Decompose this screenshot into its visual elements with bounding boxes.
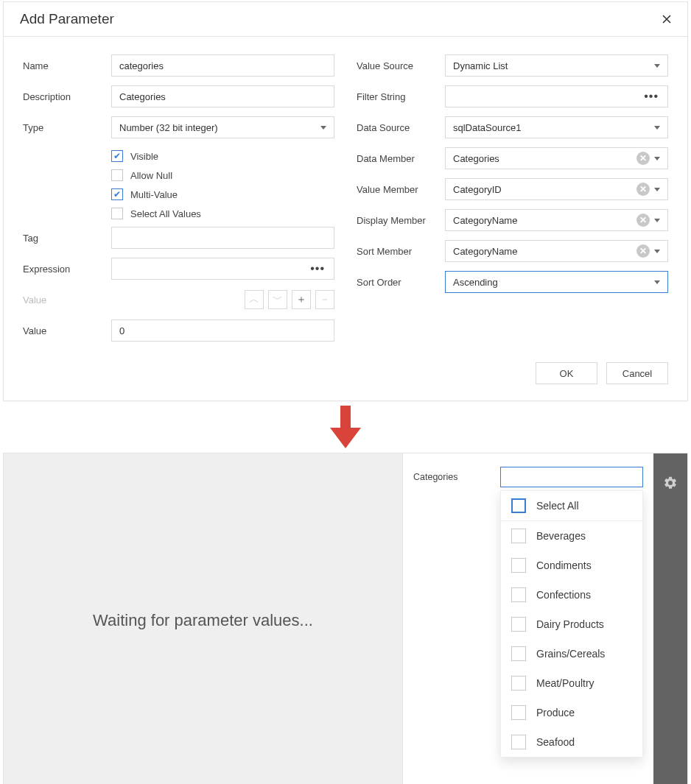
checkbox-icon xyxy=(111,150,123,162)
category-option[interactable]: Dairy Products xyxy=(501,610,642,639)
categories-dropdown: Select All Beverages Condiments Confecti… xyxy=(500,490,643,757)
categories-param-label: Categories xyxy=(413,467,490,482)
gear-icon[interactable] xyxy=(663,476,678,493)
category-option[interactable]: Meat/Poultry xyxy=(501,668,642,698)
filter-string-label: Filter String xyxy=(357,91,445,102)
data-member-select[interactable]: Categories ✕ xyxy=(445,147,668,169)
ok-button[interactable]: OK xyxy=(536,362,597,384)
category-option[interactable]: Condiments xyxy=(501,551,642,580)
select-all-values-checkbox-row[interactable]: Select All Values xyxy=(111,208,334,219)
value-source-label: Value Source xyxy=(357,60,445,71)
value-member-select[interactable]: CategoryID ✕ xyxy=(445,178,668,200)
checkbox-icon xyxy=(111,188,123,200)
data-source-label: Data Source xyxy=(357,122,445,133)
chevron-down-icon xyxy=(654,188,660,191)
clear-icon[interactable]: ✕ xyxy=(636,152,650,165)
display-member-select[interactable]: CategoryName ✕ xyxy=(445,209,668,231)
expression-label: Expression xyxy=(23,264,111,275)
ellipsis-icon[interactable]: ••• xyxy=(310,262,326,275)
description-input[interactable]: Categories xyxy=(111,85,334,107)
display-member-label: Display Member xyxy=(357,215,445,226)
checkbox-icon xyxy=(511,705,526,720)
chevron-down-icon xyxy=(654,250,660,253)
visible-checkbox-row[interactable]: Visible xyxy=(111,150,334,162)
preview-message: Waiting for parameter values... xyxy=(93,611,313,630)
checkbox-icon xyxy=(511,646,526,661)
chevron-down-icon xyxy=(320,126,326,130)
preview-area: Waiting for parameter values... xyxy=(4,453,403,784)
viewer-toolbar xyxy=(653,453,687,784)
right-column: Value Source Dynamic List Filter String … xyxy=(357,54,668,350)
checkbox-icon xyxy=(511,676,526,691)
sort-member-label: Sort Member xyxy=(357,246,445,257)
report-viewer: Waiting for parameter values... Categori… xyxy=(3,453,688,784)
chevron-down-icon xyxy=(654,64,660,68)
multi-value-checkbox-row[interactable]: Multi-Value xyxy=(111,188,334,200)
checkbox-icon xyxy=(511,498,526,513)
chevron-down-icon xyxy=(654,126,660,130)
expression-input[interactable]: ••• xyxy=(111,258,334,280)
left-column: Name categories Description Categories T… xyxy=(23,54,334,350)
close-icon[interactable] xyxy=(661,13,673,25)
value-member-label: Value Member xyxy=(357,184,445,195)
checkbox-icon xyxy=(111,169,123,181)
sort-member-select[interactable]: CategoryName ✕ xyxy=(445,240,668,262)
checkbox-icon xyxy=(511,529,526,543)
value-source-select[interactable]: Dynamic List xyxy=(445,54,668,77)
clear-icon[interactable]: ✕ xyxy=(636,183,650,196)
description-label: Description xyxy=(23,91,111,102)
add-button[interactable]: ＋ xyxy=(292,290,311,309)
type-select[interactable]: Number (32 bit integer) xyxy=(111,116,334,138)
value-input[interactable]: 0 xyxy=(111,319,334,342)
clear-icon[interactable]: ✕ xyxy=(636,244,650,258)
allow-null-checkbox-row[interactable]: Allow Null xyxy=(111,169,334,181)
value-collection-label: Value xyxy=(23,294,111,306)
name-input[interactable]: categories xyxy=(111,54,334,77)
cancel-button[interactable]: Cancel xyxy=(606,362,668,384)
category-option[interactable]: Seafood xyxy=(501,727,642,757)
chevron-down-icon xyxy=(654,280,660,284)
value-label: Value xyxy=(23,325,111,336)
data-member-label: Data Member xyxy=(357,153,445,164)
checkbox-icon xyxy=(511,558,526,573)
chevron-down-icon xyxy=(654,157,660,160)
checkbox-icon xyxy=(511,735,526,749)
categories-param-input[interactable] xyxy=(500,467,643,487)
chevron-down-icon xyxy=(654,219,660,222)
dialog-body: Name categories Description Categories T… xyxy=(4,37,687,356)
move-down-button[interactable]: ﹀ xyxy=(268,290,287,309)
category-option[interactable]: Grains/Cereals xyxy=(501,639,642,668)
arrow-down-icon xyxy=(330,406,361,448)
add-parameter-dialog: Add Parameter Name categories Descriptio… xyxy=(3,1,688,401)
dialog-header: Add Parameter xyxy=(4,2,687,37)
ellipsis-icon[interactable]: ••• xyxy=(644,90,660,103)
remove-button[interactable]: － xyxy=(315,290,334,309)
category-option[interactable]: Confections xyxy=(501,580,642,610)
sort-order-label: Sort Order xyxy=(357,277,445,288)
checkbox-icon xyxy=(511,617,526,632)
dialog-footer: OK Cancel xyxy=(4,356,687,400)
sort-order-select[interactable]: Ascending xyxy=(445,271,668,293)
parameters-panel: Categories Select All Beverages Condimen… xyxy=(403,453,653,784)
data-source-select[interactable]: sqlDataSource1 xyxy=(445,116,668,138)
move-up-button[interactable]: ︿ xyxy=(245,290,264,309)
dialog-title: Add Parameter xyxy=(20,11,114,27)
type-label: Type xyxy=(23,122,111,133)
category-option[interactable]: Produce xyxy=(501,698,642,727)
name-label: Name xyxy=(23,60,111,71)
checkbox-icon xyxy=(511,587,526,602)
clear-icon[interactable]: ✕ xyxy=(636,213,650,227)
tag-label: Tag xyxy=(23,233,111,244)
flow-arrow xyxy=(0,401,691,453)
checkbox-icon xyxy=(111,208,123,219)
tag-input[interactable] xyxy=(111,227,334,249)
category-option[interactable]: Beverages xyxy=(501,521,642,551)
filter-string-input[interactable]: ••• xyxy=(445,85,668,107)
select-all-option[interactable]: Select All xyxy=(501,491,642,520)
